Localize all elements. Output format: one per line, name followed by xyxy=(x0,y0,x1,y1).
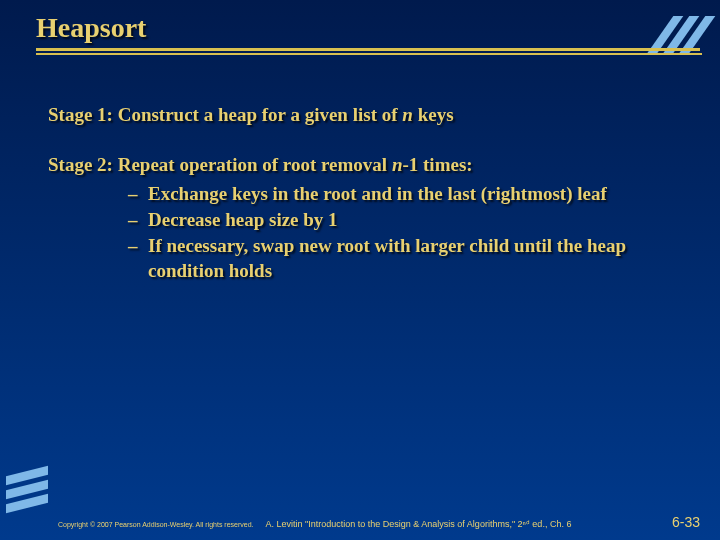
copyright-text: Copyright © 2007 Pearson Addison-Wesley.… xyxy=(58,521,254,528)
stage-2-n: n xyxy=(392,154,403,175)
page-number: 6-33 xyxy=(672,514,700,530)
decor-bottom-stripes xyxy=(6,471,48,508)
bullet-text: If necessary, swap new root with larger … xyxy=(148,233,680,284)
footer: Copyright © 2007 Pearson Addison-Wesley.… xyxy=(58,514,700,530)
dash-icon: – xyxy=(128,207,148,233)
dash-icon: – xyxy=(128,181,148,207)
list-item: – Decrease heap size by 1 xyxy=(48,207,680,233)
stage-2-label: Stage 2: xyxy=(48,154,113,175)
title-bar: Heapsort xyxy=(0,0,720,64)
stage-1-n: n xyxy=(402,104,413,125)
stage-2-text-a: Repeat operation of root removal xyxy=(113,154,392,175)
list-item: – If necessary, swap new root with large… xyxy=(48,233,680,284)
attribution-text: A. Levitin "Introduction to the Design &… xyxy=(266,519,660,529)
stage-2-text-b: -1 times: xyxy=(402,154,472,175)
bullet-text: Decrease heap size by 1 xyxy=(148,207,680,233)
stage-1-text-b: keys xyxy=(413,104,454,125)
slide-body: Stage 1: Construct a heap for a given li… xyxy=(0,64,720,284)
list-item: – Exchange keys in the root and in the l… xyxy=(48,181,680,207)
bullet-text: Exchange keys in the root and in the las… xyxy=(148,181,680,207)
stage-2-bullets: – Exchange keys in the root and in the l… xyxy=(48,181,680,284)
title-underline xyxy=(36,48,720,58)
stage-1-text-a: Construct a heap for a given list of xyxy=(113,104,402,125)
stage-1: Stage 1: Construct a heap for a given li… xyxy=(48,102,680,128)
stage-1-label: Stage 1: xyxy=(48,104,113,125)
slide-title: Heapsort xyxy=(36,12,720,44)
dash-icon: – xyxy=(128,233,148,284)
stage-2: Stage 2: Repeat operation of root remova… xyxy=(48,152,680,284)
